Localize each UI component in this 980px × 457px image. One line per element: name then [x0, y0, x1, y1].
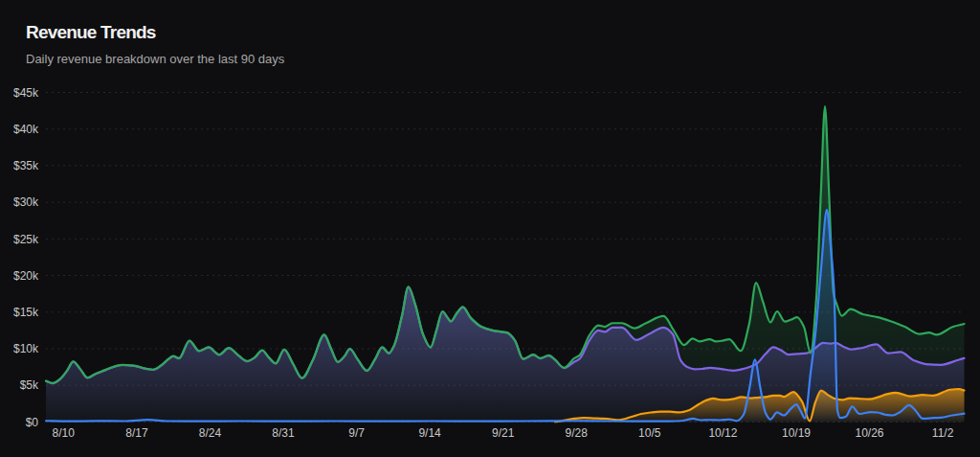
svg-text:10/26: 10/26	[855, 426, 883, 440]
svg-text:8/31: 8/31	[272, 426, 295, 440]
svg-text:$25k: $25k	[13, 233, 39, 246]
svg-text:$0: $0	[26, 416, 39, 429]
svg-text:$10k: $10k	[13, 342, 39, 355]
svg-text:$20k: $20k	[13, 269, 39, 283]
svg-text:$40k: $40k	[13, 123, 39, 136]
svg-text:9/28: 9/28	[566, 426, 589, 440]
svg-text:10/19: 10/19	[782, 426, 811, 440]
svg-text:8/24: 8/24	[199, 426, 222, 440]
svg-text:$35k: $35k	[13, 159, 39, 172]
svg-text:$30k: $30k	[13, 195, 39, 209]
svg-text:8/10: 8/10	[53, 426, 76, 440]
svg-text:9/7: 9/7	[348, 426, 365, 440]
svg-text:8/17: 8/17	[125, 426, 148, 440]
svg-text:11/2: 11/2	[932, 426, 954, 440]
svg-text:9/21: 9/21	[492, 426, 515, 440]
svg-text:$45k: $45k	[13, 86, 39, 100]
svg-text:9/14: 9/14	[418, 426, 441, 440]
svg-text:10/12: 10/12	[708, 426, 737, 440]
svg-text:$15k: $15k	[13, 306, 39, 319]
svg-text:$5k: $5k	[20, 378, 39, 392]
svg-text:10/5: 10/5	[638, 426, 661, 440]
